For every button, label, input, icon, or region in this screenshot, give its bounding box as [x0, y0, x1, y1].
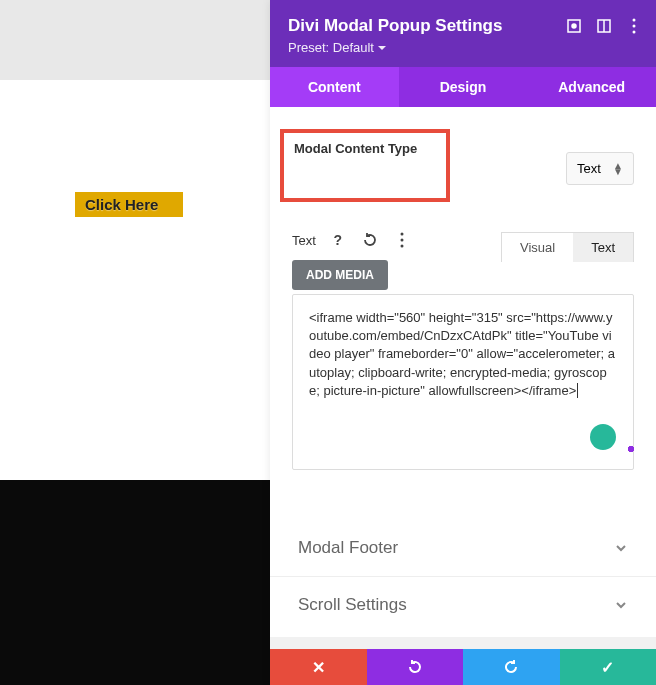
highlighted-field: Modal Content Type [280, 129, 450, 202]
options-icon[interactable] [392, 230, 412, 250]
content-type-select[interactable]: Text ▲▼ [566, 152, 634, 185]
tab-design[interactable]: Design [399, 67, 528, 107]
svg-point-9 [400, 245, 403, 248]
accordion-label: Modal Footer [298, 538, 398, 558]
editor-content: <iframe width="560" height="315" src="ht… [309, 310, 615, 398]
close-button[interactable]: ✕ [270, 649, 367, 685]
bg-black [0, 480, 270, 685]
bg-grey [0, 0, 270, 80]
page-background: Click Here [0, 0, 270, 685]
editor-tab-text[interactable]: Text [573, 233, 633, 262]
editor-mode-tabs: Visual Text [501, 232, 634, 262]
select-value: Text [577, 161, 601, 176]
svg-point-6 [633, 31, 636, 34]
tab-content[interactable]: Content [270, 67, 399, 107]
settings-panel: Divi Modal Popup Settings Preset: Defaul… [270, 0, 656, 685]
click-here-button[interactable]: Click Here [75, 192, 183, 217]
accordion-modal-footer[interactable]: Modal Footer [270, 520, 656, 577]
main-tabs: Content Design Advanced [270, 67, 656, 107]
footer-gap [270, 637, 656, 649]
help-icon[interactable]: ? [328, 230, 348, 250]
target-icon[interactable] [566, 18, 582, 34]
undo-button[interactable] [367, 649, 464, 685]
text-editor[interactable]: <iframe width="560" height="315" src="ht… [292, 294, 634, 470]
reset-icon[interactable] [360, 230, 380, 250]
svg-point-7 [400, 233, 403, 236]
layout-icon[interactable] [596, 18, 612, 34]
panel-header: Divi Modal Popup Settings Preset: Defaul… [270, 0, 656, 67]
chat-bubble-icon[interactable] [590, 424, 616, 450]
accordion-sections: Modal Footer Scroll Settings Background [270, 520, 656, 625]
preset-select[interactable]: Preset: Default [288, 40, 638, 55]
text-cursor [576, 383, 578, 398]
editor-tab-visual[interactable]: Visual [502, 233, 573, 262]
more-menu-icon[interactable] [626, 18, 642, 34]
redo-button[interactable] [463, 649, 560, 685]
select-arrows-icon: ▲▼ [613, 163, 623, 175]
chevron-down-icon [614, 598, 628, 612]
panel-body: Modal Content Type Text ▲▼ Text ? ADD ME… [270, 107, 656, 625]
chevron-down-icon [614, 541, 628, 555]
bg-white: Click Here [0, 80, 270, 480]
svg-point-4 [633, 19, 636, 22]
add-media-button[interactable]: ADD MEDIA [292, 260, 388, 290]
tab-advanced[interactable]: Advanced [527, 67, 656, 107]
svg-point-1 [572, 24, 576, 28]
resize-handle-icon[interactable] [624, 442, 634, 452]
editor-label: Text [292, 233, 316, 248]
accordion-label: Scroll Settings [298, 595, 407, 615]
svg-point-8 [400, 239, 403, 242]
save-button[interactable]: ✓ [560, 649, 657, 685]
accordion-scroll-settings[interactable]: Scroll Settings [270, 577, 656, 625]
field-label: Modal Content Type [294, 141, 436, 156]
footer-actions: ✕ ✓ [270, 649, 656, 685]
svg-point-5 [633, 25, 636, 28]
